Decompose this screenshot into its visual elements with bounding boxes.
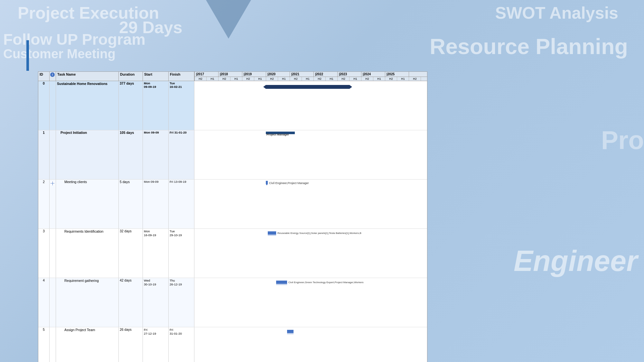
cell-task-0: Sustainable Home Renovations xyxy=(56,81,119,130)
h2-2023: H2 xyxy=(361,77,373,81)
cell-finish-0: Tue16-02-21 xyxy=(169,81,194,130)
cell-finish-5: Fri31-01-20 xyxy=(169,327,194,362)
cell-task-5: Assign Project Team xyxy=(56,327,119,362)
cell-start-4: Wed30-10-19 xyxy=(143,278,169,327)
cell-start-2: Mon 09-09 xyxy=(143,180,169,228)
partial-text-right: Pro xyxy=(601,125,644,155)
timeline-years: |2017 |2018 |2019 |2020 |2021 |2022 |202… xyxy=(195,72,427,77)
year-2018: |2018 xyxy=(219,72,242,77)
h2-2018: H2 xyxy=(242,77,254,81)
cell-dur-0: 377 days xyxy=(119,81,143,130)
bg-text-customer: Customer Meeting xyxy=(3,47,116,61)
cell-info-2 xyxy=(50,180,56,228)
row-4: 4 Requirement gathering 42 days Wed30-10… xyxy=(38,278,427,327)
cell-id-3: 3 xyxy=(38,229,50,278)
cell-id-0: 0 xyxy=(38,81,50,130)
year-2017: |2017 xyxy=(195,72,219,77)
cell-task-2: Meeting clients xyxy=(56,180,119,228)
accent-bar xyxy=(26,40,29,71)
h1-2025: H1 xyxy=(397,77,409,81)
h2-2017: H2 xyxy=(219,77,230,81)
row-0: 0 Sustainable Home Renovations 377 days … xyxy=(38,81,427,130)
cell-task-3: Requirments Identification xyxy=(56,229,119,278)
svg-rect-10 xyxy=(268,231,276,235)
cell-finish-1: Fri 31-01-20 xyxy=(169,130,194,179)
row-1: 1 Project Initiation 105 days Mon 09-09 … xyxy=(38,130,427,180)
bar-svg-2: Civil Engineer,Project Manager xyxy=(194,180,427,228)
year-2022: |2022 xyxy=(314,72,338,77)
svg-text:Reuseable Energy Source[1],Sol: Reuseable Energy Source[1],Solar panels[… xyxy=(277,232,361,235)
year-2024: |2024 xyxy=(361,72,385,77)
header-info: i xyxy=(50,72,56,81)
header-id: ID xyxy=(38,72,50,81)
h1-2017: H1 xyxy=(207,77,219,81)
year-2025: |2025 xyxy=(385,72,409,77)
triangle-top xyxy=(206,0,251,39)
cell-info-5 xyxy=(50,327,56,362)
bar-svg-1: Project Manager xyxy=(194,130,427,179)
cell-finish-2: Fri 13-09-19 xyxy=(169,180,194,228)
h2-pre: H2 xyxy=(195,77,207,81)
cell-start-0: Mon09-09-19 xyxy=(143,81,169,130)
row-3: 3 Requirments Identification 32 days Mon… xyxy=(38,229,427,278)
cell-dur-2: 5 days xyxy=(119,180,143,228)
row-5: 5 Assign Project Team 26 days Fri27-12-1… xyxy=(38,327,427,362)
svg-text:Civil Engineer,Project Manager: Civil Engineer,Project Manager xyxy=(269,181,309,185)
h1-2018: H1 xyxy=(230,77,242,81)
svg-marker-8 xyxy=(266,184,268,185)
cell-start-3: Mon16-09-19 xyxy=(143,229,169,278)
bar-area-4: Civil Engineer,Green Technology Expert,P… xyxy=(194,278,427,327)
cell-dur-4: 42 days xyxy=(119,278,143,327)
cell-id-1: 1 xyxy=(38,130,50,179)
h1-2019: H1 xyxy=(254,77,266,81)
header-finish: Finish xyxy=(169,72,194,81)
svg-marker-11 xyxy=(268,235,276,236)
timeline-header: |2017 |2018 |2019 |2020 |2021 |2022 |202… xyxy=(194,72,427,81)
bar-area-3: Reuseable Energy Source[1],Solar panels[… xyxy=(194,229,427,278)
h1-2021: H1 xyxy=(302,77,314,81)
bar-area-1: Project Manager xyxy=(194,130,427,179)
bg-text-resource: Resource Planning xyxy=(430,34,628,59)
cell-start-1: Mon 09-09 xyxy=(143,130,169,179)
bar-svg-5 xyxy=(194,327,427,362)
bar-svg-3: Reuseable Energy Source[1],Solar panels[… xyxy=(194,229,427,278)
gantt-header-row: ID i Task Name Duration Start Finish |20… xyxy=(38,72,427,81)
bar-area-5 xyxy=(194,327,427,362)
info-icon: i xyxy=(50,72,55,77)
year-2023: |2023 xyxy=(338,72,361,77)
header-start: Start xyxy=(143,72,169,81)
bar-svg-4: Civil Engineer,Green Technology Expert,P… xyxy=(194,278,427,327)
h2-2024: H2 xyxy=(385,77,397,81)
svg-text:Project Manager: Project Manager xyxy=(266,133,289,136)
cell-task-4: Requirement gathering xyxy=(56,278,119,327)
cell-info-1 xyxy=(50,130,56,179)
year-2020: |2020 xyxy=(266,72,290,77)
cell-dur-1: 105 days xyxy=(119,130,143,179)
cell-id-4: 4 xyxy=(38,278,50,327)
cell-id-2: 2 xyxy=(38,180,50,228)
bar-svg-0 xyxy=(194,81,427,130)
h2-2020: H2 xyxy=(290,77,302,81)
row-2: 2 Meeting clients 5 days Mon 09-09 Fri 1… xyxy=(38,180,427,229)
cell-start-5: Fri27-12-19 xyxy=(143,327,169,362)
svg-marker-1 xyxy=(263,85,266,89)
timeline-halves: H2 H1 H2 H1 H2 H1 H2 H1 H2 H1 H2 H1 H2 H… xyxy=(195,77,427,81)
cell-finish-4: Thu26-12-19 xyxy=(169,278,194,327)
svg-rect-7 xyxy=(266,181,268,184)
bar-area-0 xyxy=(194,81,427,130)
svg-marker-15 xyxy=(276,284,287,285)
cell-finish-3: Tue29-10-19 xyxy=(169,229,194,278)
h2-2021: H2 xyxy=(314,77,326,81)
year-2019: |2019 xyxy=(242,72,266,77)
bg-text-engineer: Engineer xyxy=(514,245,638,278)
svg-marker-19 xyxy=(287,333,294,334)
bg-text-followup: Follow UP Program xyxy=(3,31,145,48)
header-taskname: Task Name xyxy=(56,72,119,81)
h2-2019: H2 xyxy=(266,77,278,81)
h1-2020: H1 xyxy=(278,77,290,81)
svg-marker-2 xyxy=(350,85,352,89)
cell-task-1: Project Initiation xyxy=(56,130,119,179)
cell-info-3 xyxy=(50,229,56,278)
year-2021: |2021 xyxy=(290,72,314,77)
bar-area-2: Civil Engineer,Project Manager xyxy=(194,180,427,228)
